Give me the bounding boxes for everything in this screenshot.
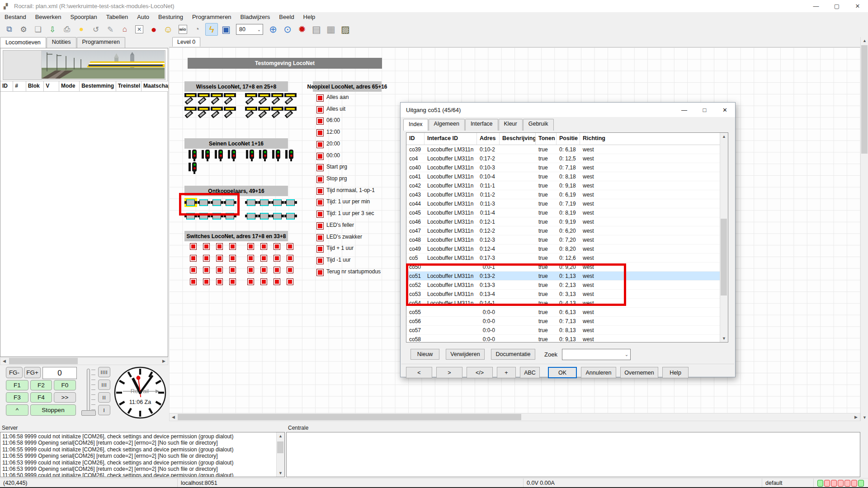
neopixel-output-button[interactable] (316, 211, 324, 218)
turnout-symbol[interactable] (198, 107, 210, 117)
menu-item-auto[interactable]: Auto (132, 13, 154, 21)
decoupler-symbol[interactable] (198, 198, 210, 207)
notch-button-iiii[interactable]: IIII (98, 367, 110, 377)
dialog-tab-gebruik[interactable]: Gebruik (523, 119, 554, 131)
decoupler-symbol[interactable] (245, 198, 258, 207)
ok-button[interactable]: OK (548, 367, 577, 378)
plan-hscrollbar[interactable]: ◀ ▶ (169, 413, 860, 421)
notes-icon[interactable]: ▤ (310, 23, 323, 36)
neopixel-output-button[interactable] (316, 153, 324, 160)
edit-plan-icon[interactable]: ✎ (104, 23, 117, 36)
power-cable-icon[interactable]: ϟ (205, 23, 218, 36)
f2-button[interactable]: F2 (30, 380, 52, 390)
decoupler-symbol[interactable] (211, 211, 223, 221)
fg-plus-button[interactable]: FG+ (24, 367, 41, 378)
dialog-close-button[interactable]: ✕ (715, 107, 735, 113)
direction-button[interactable]: ^ (6, 404, 28, 416)
signal-symbol[interactable] (188, 162, 198, 174)
turnout-symbol[interactable] (258, 93, 270, 103)
column-header-adres[interactable]: Adres (477, 133, 500, 145)
scroll-thumb[interactable] (9, 358, 78, 364)
switch-output-button[interactable] (247, 278, 254, 285)
neopixel-output-button[interactable] (316, 234, 324, 241)
dialog-tab-index[interactable]: Index (403, 119, 428, 131)
power-off-icon[interactable]: ◔ (191, 23, 203, 36)
switch-output-button[interactable] (260, 267, 267, 273)
table-row[interactable]: co39Locobuffer LM311n0:10-2true0: 6,18we… (406, 145, 728, 154)
switch-output-button[interactable] (216, 278, 223, 285)
search-combobox[interactable]: ⌄ (562, 349, 631, 360)
switch-output-button[interactable] (203, 243, 210, 250)
dialog-tab-algemeen[interactable]: Algemeen (429, 119, 465, 131)
column-header-beschrijving[interactable]: Beschrijving (500, 133, 536, 145)
neopixel-output-button[interactable] (316, 188, 324, 195)
neopixel-output-button[interactable] (316, 94, 324, 102)
scroll-down-icon[interactable]: ▼ (720, 335, 728, 342)
scroll-down-icon[interactable]: ▼ (277, 469, 284, 477)
table-row[interactable]: co46Locobuffer LM311n0:12-1true0: 9,19we… (406, 217, 728, 226)
stop-button[interactable]: Stoppen (30, 404, 76, 416)
apply-button[interactable]: Overnemen (620, 367, 658, 378)
fast-forward-button[interactable]: >> (54, 392, 76, 403)
neopixel-output-button[interactable] (316, 269, 324, 276)
signal-symbol[interactable] (201, 150, 212, 162)
scroll-right-icon[interactable]: ▶ (160, 357, 168, 365)
slider-handle[interactable] (81, 410, 96, 416)
turnout-symbol[interactable] (271, 93, 283, 103)
neopixel-output-button[interactable] (316, 199, 324, 206)
dialog-tab-kleur[interactable]: Kleur (499, 119, 523, 131)
turnout-symbol[interactable] (284, 107, 297, 117)
column-header-tonen[interactable]: Tonen (536, 133, 557, 145)
archive-icon[interactable]: ▦ (325, 23, 337, 36)
decoupler-symbol[interactable] (224, 198, 236, 207)
turnout-symbol[interactable] (284, 93, 297, 103)
zoom-level-combo[interactable]: 80⌄ (236, 24, 263, 35)
switch-output-button[interactable] (229, 278, 236, 285)
centrale-log[interactable] (286, 432, 860, 477)
scroll-up-icon[interactable]: ▲ (277, 432, 284, 440)
menu-item-programmeren[interactable]: Programmeren (188, 13, 236, 21)
table-row[interactable]: co45Locobuffer LM311n0:11-4true0: 8,19we… (406, 208, 728, 217)
turnout-symbol[interactable] (271, 107, 283, 117)
column-header-interface-id[interactable]: Interface ID (425, 133, 477, 145)
decoupler-symbol[interactable] (284, 198, 297, 207)
scroll-thumb[interactable] (277, 441, 283, 453)
loco-column-maatschap[interactable]: Maatschap (142, 81, 169, 91)
dialog-tab-interface[interactable]: Interface (465, 119, 498, 131)
decoupler-symbol[interactable] (211, 198, 223, 207)
switch-output-button[interactable] (229, 255, 236, 262)
xml-code-button[interactable]: </> (467, 367, 493, 378)
next-button[interactable]: > (436, 367, 462, 378)
switch-output-button[interactable] (260, 278, 267, 285)
menu-item-beeld[interactable]: Beeld (274, 13, 298, 21)
decoupler-symbol[interactable] (245, 211, 258, 221)
fg-minus-button[interactable]: FG- (6, 367, 23, 378)
neopixel-output-button[interactable] (316, 164, 324, 171)
neopixel-output-button[interactable] (316, 106, 324, 113)
neopixel-output-button[interactable] (316, 222, 324, 230)
zoom-in-icon[interactable]: ⊕ (267, 23, 279, 36)
switch-output-button[interactable] (190, 267, 197, 273)
loco-column-id[interactable]: ID (0, 81, 13, 91)
f1-button[interactable]: F1 (6, 380, 28, 390)
neopixel-output-button[interactable] (316, 117, 324, 125)
add-button[interactable]: + (497, 367, 516, 378)
server-log-vscrollbar[interactable]: ▲ ▼ (276, 432, 284, 477)
table-row[interactable]: co500:0-1true0: 9,20west (406, 263, 728, 272)
switch-output-button[interactable] (260, 243, 267, 250)
prev-button[interactable]: < (406, 367, 432, 378)
decoupler-symbol[interactable] (284, 211, 297, 221)
emergency-stop-icon[interactable]: ● (147, 23, 160, 36)
turnout-symbol[interactable] (224, 93, 236, 103)
scroll-up-icon[interactable]: ▲ (720, 133, 728, 140)
dialog-maximize-button[interactable]: □ (694, 107, 715, 113)
table-row[interactable]: co54Locobuffer LM311n0:14-1true0: 4,13we… (406, 299, 728, 308)
table-row[interactable]: co42Locobuffer LM311n0:11-1true0: 9,18we… (406, 181, 728, 190)
printer-icon[interactable]: ⎙ (61, 23, 73, 36)
switch-output-button[interactable] (247, 267, 254, 273)
neopixel-output-button[interactable] (316, 257, 324, 264)
minimize-button[interactable]: — (806, 3, 826, 9)
scroll-up-icon[interactable]: ▲ (861, 37, 868, 44)
close-button[interactable]: ✕ (847, 3, 868, 9)
turnout-symbol[interactable] (184, 93, 197, 103)
